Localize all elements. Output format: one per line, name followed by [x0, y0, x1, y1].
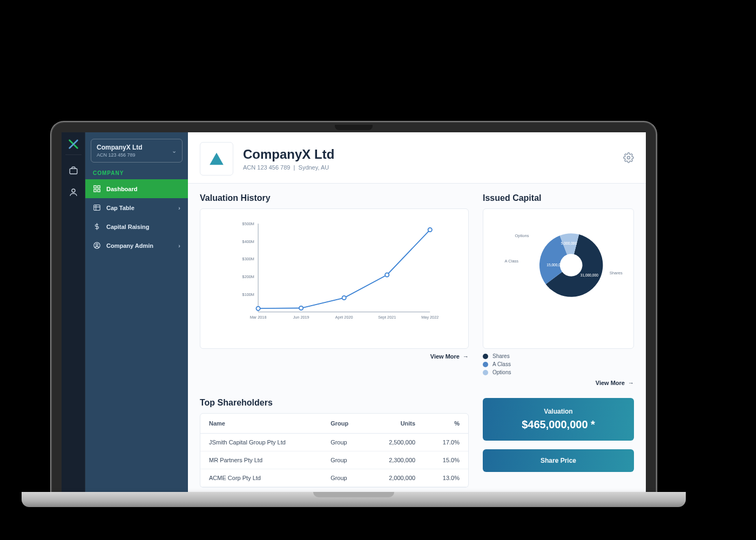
settings-button[interactable]: [623, 152, 634, 165]
svg-point-30: [342, 296, 346, 300]
svg-text:$400M: $400M: [242, 239, 254, 244]
svg-text:Options: Options: [515, 233, 529, 238]
laptop-base: [22, 492, 686, 507]
company-switcher-name: CompanyX Ltd: [97, 144, 143, 151]
svg-text:A Class: A Class: [505, 259, 519, 264]
stat-tiles: Valuation $465,000,000 * Share Price: [483, 398, 634, 488]
app-logo: [65, 139, 82, 155]
page-header: CompanyX Ltd ACN 123 456 789 | Sydney, A…: [188, 132, 646, 184]
shareholders-table-card: Name Group Units % JSmith Capital Group …: [200, 413, 469, 488]
chevron-down-icon: ⌄: [172, 147, 177, 154]
svg-marker-14: [210, 153, 224, 165]
sidebar: CompanyX Ltd ACN 123 456 789 ⌄ COMPANY D…: [85, 132, 188, 493]
svg-text:$500M: $500M: [242, 221, 254, 226]
svg-text:Shares: Shares: [610, 271, 623, 275]
user-circle-icon: [93, 241, 101, 249]
svg-text:April 2020: April 2020: [335, 315, 353, 320]
arrow-right-icon: →: [463, 353, 469, 360]
dollar-icon: [93, 222, 101, 231]
issued-capital-donut-chart: SharesA ClassOptions31,000,00015,000,000…: [491, 217, 626, 314]
share-price-stat-tile[interactable]: Share Price: [483, 449, 634, 472]
laptop-mockup: CompanyX Ltd ACN 123 456 789 ⌄ COMPANY D…: [38, 122, 670, 537]
table-row[interactable]: JSmith Capital Group Pty LtdGroup2,500,0…: [200, 434, 468, 451]
svg-rect-5: [98, 186, 100, 188]
valuation-title: Valuation History: [200, 193, 469, 203]
svg-point-32: [428, 228, 432, 232]
legend-shares: Shares: [483, 353, 634, 359]
share-price-stat-label: Share Price: [489, 457, 627, 464]
issued-title: Issued Capital: [483, 193, 634, 203]
svg-rect-6: [94, 190, 96, 192]
logo-x-icon: [68, 138, 79, 150]
col-group: Group: [322, 414, 367, 434]
valuation-line-chart: $100M$200M$300M$400M$500MMar 2018Jun 201…: [210, 219, 458, 327]
laptop-hinge-notch: [313, 492, 394, 497]
briefcase-icon[interactable]: [69, 166, 78, 178]
svg-text:$300M: $300M: [242, 256, 254, 261]
company-logo-tile: [200, 142, 233, 176]
svg-point-31: [385, 273, 389, 276]
icon-rail: [62, 132, 85, 493]
main-content: CompanyX Ltd ACN 123 456 789 | Sydney, A…: [188, 132, 646, 493]
sidebar-item-capital-raising[interactable]: Capital Raising: [85, 217, 188, 236]
col-units: Units: [367, 414, 424, 434]
svg-text:$200M: $200M: [242, 274, 254, 279]
sidebar-item-label: Dashboard: [106, 186, 137, 192]
issued-view-more[interactable]: View More →: [483, 380, 634, 386]
sidebar-section-label: COMPANY: [85, 170, 188, 179]
svg-rect-4: [94, 186, 96, 188]
svg-point-13: [96, 244, 98, 246]
shareholders-table: Name Group Units % JSmith Capital Group …: [200, 414, 468, 487]
valuation-stat-label: Valuation: [489, 408, 627, 415]
triangle-icon: [207, 150, 226, 168]
col-name: Name: [200, 414, 322, 434]
arrow-right-icon: →: [628, 380, 634, 386]
valuation-stat-tile[interactable]: Valuation $465,000,000 *: [483, 398, 634, 441]
sidebar-item-label: Capital Raising: [106, 224, 149, 230]
issued-legend: Shares A Class Options: [483, 353, 634, 375]
table-header-row: Name Group Units %: [200, 414, 468, 434]
sidebar-item-company-admin[interactable]: Company Admin ›: [85, 236, 188, 255]
svg-text:5,000,000: 5,000,000: [561, 241, 577, 245]
sidebar-item-cap-table[interactable]: Cap Table ›: [85, 198, 188, 217]
page-subtitle: ACN 123 456 789 | Sydney, AU: [243, 164, 334, 171]
laptop-screen: CompanyX Ltd ACN 123 456 789 ⌄ COMPANY D…: [51, 122, 657, 494]
svg-text:Jun 2019: Jun 2019: [293, 315, 309, 320]
svg-text:Sept 2021: Sept 2021: [378, 315, 396, 320]
svg-text:Mar 2018: Mar 2018: [250, 315, 267, 320]
table-icon: [93, 204, 101, 212]
svg-rect-7: [98, 190, 100, 192]
valuation-stat-value: $465,000,000 *: [489, 418, 627, 431]
sidebar-item-dashboard[interactable]: Dashboard: [85, 179, 188, 198]
sidebar-item-label: Cap Table: [106, 205, 134, 211]
svg-point-29: [299, 306, 303, 310]
table-row[interactable]: ACME Corp Pty LtdGroup2,000,00013.0%: [200, 469, 468, 487]
valuation-view-more[interactable]: View More →: [200, 353, 469, 360]
svg-point-28: [256, 307, 260, 310]
person-icon[interactable]: [69, 187, 78, 199]
table-row[interactable]: MR Partners Pty LtdGroup2,300,00015.0%: [200, 451, 468, 469]
svg-point-3: [72, 189, 75, 192]
chevron-right-icon: ›: [178, 242, 180, 249]
svg-rect-2: [70, 168, 77, 174]
company-switcher[interactable]: CompanyX Ltd ACN 123 456 789 ⌄: [91, 139, 183, 163]
grid-icon: [93, 185, 101, 193]
page-title: CompanyX Ltd: [243, 147, 334, 162]
app-root: CompanyX Ltd ACN 123 456 789 ⌄ COMPANY D…: [62, 132, 646, 493]
company-switcher-acn: ACN 123 456 789: [97, 152, 143, 158]
chevron-right-icon: ›: [178, 205, 180, 211]
svg-text:$100M: $100M: [242, 292, 254, 297]
legend-options: Options: [483, 369, 634, 375]
svg-text:31,000,000: 31,000,000: [580, 273, 598, 277]
valuation-chart-card: $100M$200M$300M$400M$500MMar 2018Jun 201…: [200, 208, 469, 349]
svg-rect-8: [94, 205, 100, 211]
shareholders-panel: Top Shareholders Name Group Units %: [200, 398, 469, 488]
sidebar-item-label: Company Admin: [106, 242, 153, 249]
shareholders-title: Top Shareholders: [200, 398, 469, 408]
svg-point-15: [627, 157, 630, 159]
issued-capital-card: SharesA ClassOptions31,000,00015,000,000…: [483, 208, 634, 349]
laptop-camera-notch: [335, 125, 373, 130]
issued-capital-panel: Issued Capital SharesA ClassOptions31,00…: [483, 193, 634, 386]
svg-text:May 2022: May 2022: [421, 315, 438, 320]
svg-text:15,000,000: 15,000,000: [546, 263, 564, 267]
